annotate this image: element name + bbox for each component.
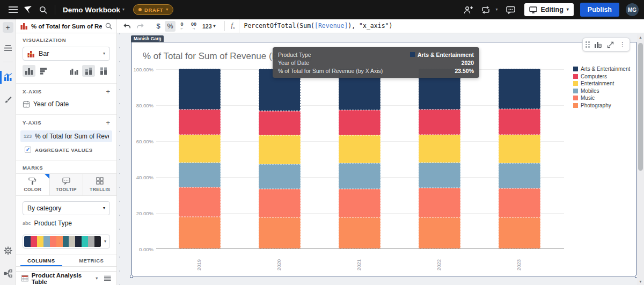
aggregate-values-toggle[interactable]: ✓ AGGREGATE VALUES bbox=[16, 145, 116, 158]
tab-tooltip[interactable]: TOOLTIP bbox=[50, 174, 84, 195]
search-icon[interactable] bbox=[35, 3, 50, 17]
format-brush-icon[interactable] bbox=[0, 92, 16, 107]
legend-item[interactable]: Entertainment bbox=[573, 81, 630, 86]
page-outline-icon[interactable] bbox=[0, 40, 16, 55]
bar-segment[interactable] bbox=[259, 217, 301, 249]
currency-format-button[interactable]: $ bbox=[153, 21, 164, 32]
bar-segment[interactable] bbox=[339, 217, 380, 249]
bar-segment[interactable] bbox=[499, 163, 540, 189]
draft-badge[interactable]: DRAFT ▾ bbox=[133, 4, 173, 15]
stacked-100-bar-icon[interactable] bbox=[97, 65, 110, 77]
settings-gear-icon[interactable] bbox=[0, 243, 16, 258]
sync-caret-icon[interactable]: ▾ bbox=[495, 8, 497, 12]
viz-type-select[interactable]: Bar ▾ bbox=[23, 47, 110, 61]
bar-segment[interactable] bbox=[499, 188, 540, 217]
tab-columns[interactable]: COLUMNS bbox=[16, 254, 67, 266]
bar-segment[interactable] bbox=[419, 135, 460, 163]
tooltip-row: Year of Date2020 bbox=[278, 59, 474, 67]
legend-item[interactable]: Arts & Entertainment bbox=[573, 66, 630, 72]
formula-input[interactable]: PercentOfTotal(Sum([Revenue]), "x_axis") bbox=[239, 19, 644, 33]
bar-segment[interactable] bbox=[499, 69, 540, 109]
resize-handle-bottom-left[interactable] bbox=[130, 275, 133, 278]
percent-format-button[interactable]: % bbox=[165, 21, 175, 32]
sync-version-icon[interactable] bbox=[478, 3, 493, 17]
x-axis-add-button[interactable]: + bbox=[106, 87, 110, 96]
publish-button[interactable]: Publish bbox=[580, 3, 619, 17]
drag-handle-icon[interactable] bbox=[586, 41, 590, 48]
expand-icon[interactable] bbox=[606, 39, 614, 50]
add-user-icon[interactable] bbox=[461, 3, 476, 17]
stacked-bar-icon[interactable] bbox=[82, 65, 95, 77]
redo-button[interactable] bbox=[134, 21, 146, 32]
user-avatar[interactable]: MG bbox=[626, 3, 639, 16]
workbook-caret-icon[interactable]: ▾ bbox=[122, 8, 125, 12]
legend-item[interactable]: Music bbox=[573, 95, 630, 101]
legend-item[interactable]: Mobiles bbox=[573, 88, 630, 94]
x-axis-field[interactable]: Year of Date bbox=[16, 98, 116, 112]
list-icon[interactable] bbox=[104, 275, 111, 281]
bar-segment[interactable] bbox=[179, 109, 221, 135]
bar-segment[interactable] bbox=[339, 135, 380, 163]
legend-item[interactable]: Computers bbox=[573, 74, 630, 79]
fx-icon[interactable]: fx bbox=[227, 21, 239, 30]
bar-segment[interactable] bbox=[419, 217, 460, 249]
horizontal-bar-icon[interactable] bbox=[38, 65, 50, 77]
bar-segment[interactable] bbox=[499, 217, 540, 249]
bar-segment[interactable] bbox=[179, 217, 221, 249]
explore-chart-icon[interactable] bbox=[594, 39, 602, 50]
bar-segment[interactable] bbox=[179, 69, 221, 109]
legend-item[interactable]: Photography bbox=[573, 103, 630, 108]
palette-swatch bbox=[75, 236, 82, 247]
tab-metrics[interactable]: METRICS bbox=[67, 254, 117, 266]
color-palette-select[interactable]: ▾ bbox=[23, 235, 110, 249]
bar-segment[interactable] bbox=[259, 189, 301, 218]
bar-segment[interactable] bbox=[339, 110, 380, 135]
vertical-bar-icon[interactable] bbox=[23, 65, 35, 77]
source-table-bar[interactable]: Product Analysis Table ▾ bbox=[16, 271, 116, 285]
tab-trellis[interactable]: TRELLIS bbox=[83, 174, 116, 195]
grouped-bar-icon[interactable] bbox=[67, 65, 80, 77]
element-properties-icon[interactable] bbox=[0, 70, 16, 85]
y-axis-add-button[interactable]: + bbox=[106, 119, 110, 127]
element-search-icon[interactable] bbox=[105, 23, 112, 30]
add-column-row[interactable]: ADD COLUMN + bbox=[16, 267, 116, 271]
bar-segment[interactable] bbox=[419, 188, 460, 217]
tab-color[interactable]: COLOR bbox=[16, 174, 50, 195]
number-format-button[interactable]: 123▾ bbox=[200, 21, 218, 32]
increase-decimal-button[interactable]: 00→ bbox=[188, 21, 199, 32]
scroll-up-icon[interactable]: ▲ bbox=[639, 34, 642, 41]
bar-segment[interactable] bbox=[179, 163, 221, 187]
palette-swatch bbox=[43, 236, 50, 247]
undo-button[interactable] bbox=[121, 21, 133, 32]
legend-label: Music bbox=[581, 95, 595, 101]
bar-segment[interactable] bbox=[419, 163, 460, 188]
color-by-select[interactable]: By category ▾ bbox=[23, 201, 110, 215]
viz-type-label: Bar bbox=[39, 50, 99, 57]
bar-segment[interactable] bbox=[259, 164, 301, 189]
bar-segment[interactable] bbox=[179, 135, 221, 163]
element-panel: VISUALIZATION Bar ▾ bbox=[16, 33, 117, 285]
kebab-menu-icon[interactable]: ⋮ bbox=[618, 39, 627, 50]
canvas-scrollbar[interactable]: ▲ ▼ bbox=[637, 34, 644, 285]
bar-segment[interactable] bbox=[339, 163, 380, 189]
bar-segment[interactable] bbox=[259, 135, 301, 164]
sigma-logo-icon[interactable] bbox=[20, 3, 35, 17]
decrease-decimal-button[interactable]: 0← bbox=[177, 21, 187, 32]
color-field[interactable]: abc Product Type bbox=[16, 217, 116, 231]
workbook-title[interactable]: Demo Workbook bbox=[63, 6, 120, 14]
comments-icon[interactable] bbox=[503, 3, 518, 17]
lineage-icon[interactable] bbox=[0, 266, 16, 281]
scrollbar-thumb[interactable] bbox=[638, 43, 643, 171]
aggregate-checkbox[interactable]: ✓ bbox=[25, 147, 31, 153]
scroll-down-icon[interactable]: ▼ bbox=[639, 279, 642, 285]
bar-segment[interactable] bbox=[499, 135, 540, 163]
bar-segment[interactable] bbox=[339, 189, 380, 218]
bar-segment[interactable] bbox=[179, 187, 221, 217]
editing-mode-button[interactable]: Editing ▾ bbox=[524, 3, 573, 16]
bar-segment[interactable] bbox=[499, 109, 540, 135]
bar-segment[interactable] bbox=[259, 111, 301, 135]
hamburger-menu-icon[interactable] bbox=[5, 3, 20, 17]
add-element-button[interactable]: + bbox=[3, 22, 13, 33]
y-axis-field[interactable]: 123 % of Total for Sum of Revenu... bbox=[20, 130, 112, 142]
bar-segment[interactable] bbox=[419, 109, 460, 135]
